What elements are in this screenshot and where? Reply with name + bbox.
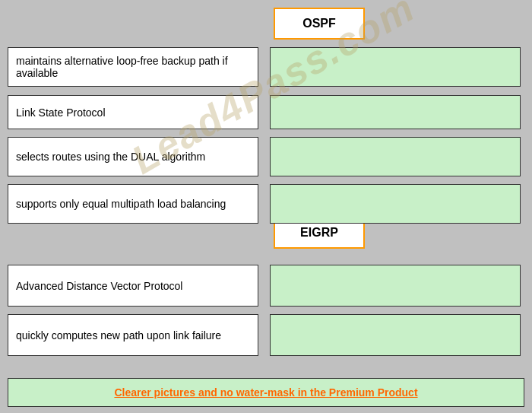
right-box-link-state xyxy=(270,95,521,129)
left-box-multipath: supports only equal multipath load balan… xyxy=(8,184,258,224)
ospf-text: OSPF xyxy=(302,17,336,30)
maintains-alternative-text: maintains alternative loop-free backup p… xyxy=(16,55,250,79)
footer-bar: Clearer pictures and no water-mask in th… xyxy=(8,378,524,407)
left-box-dual: selects routes using the DUAL algorithm xyxy=(8,137,258,176)
right-box-advanced-distance xyxy=(270,265,521,307)
link-state-text: Link State Protocol xyxy=(16,106,106,119)
advanced-distance-text: Advanced Distance Vector Protocol xyxy=(16,280,182,292)
quickly-computes-text: quickly computes new path upon link fail… xyxy=(16,329,221,342)
main-container: OSPF EIGRP maintains alternative loop-fr… xyxy=(0,0,532,413)
ospf-label: OSPF xyxy=(274,8,365,40)
right-box-quickly-computes xyxy=(270,314,521,356)
right-box-dual xyxy=(270,137,521,176)
left-box-link-state: Link State Protocol xyxy=(8,95,258,129)
right-box-multipath xyxy=(270,184,521,224)
eigrp-text: EIGRP xyxy=(300,226,338,240)
left-box-quickly-computes: quickly computes new path upon link fail… xyxy=(8,314,258,356)
dual-text: selects routes using the DUAL algorithm xyxy=(16,151,205,163)
left-box-maintains-alternative: maintains alternative loop-free backup p… xyxy=(8,47,258,87)
right-box-maintains-alternative xyxy=(270,47,521,87)
left-box-advanced-distance: Advanced Distance Vector Protocol xyxy=(8,265,258,307)
multipath-text: supports only equal multipath load balan… xyxy=(16,198,226,210)
footer-text: Clearer pictures and no water-mask in th… xyxy=(114,386,417,399)
